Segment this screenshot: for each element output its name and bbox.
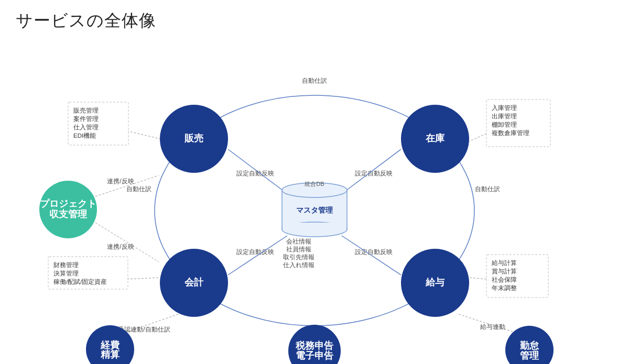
kyuyo-box-line2: 賞与計算 (492, 268, 517, 274)
zaiko-box-line4: 複数倉庫管理 (492, 129, 529, 136)
svg-line-10 (469, 134, 486, 141)
kyuyorenkei-label: 給与連動 (480, 323, 505, 330)
kaikei-box-line1: 財務管理 (53, 262, 79, 268)
sub-item-1: 会社情報 (286, 238, 311, 245)
hanbai-box-line3: 仕入管理 (73, 124, 99, 130)
kyuyo-box-line4: 年末調整 (492, 284, 517, 291)
hanbai-box-line2: 案件管理 (73, 115, 99, 122)
svg-line-12 (469, 278, 486, 279)
project-label2: 収支管理 (49, 209, 88, 219)
setsuji-bottom-right-label: 設定自動反映 (355, 248, 393, 256)
zaiko-label: 在庫 (425, 133, 445, 144)
jido-shiwake-right-label: 自動仕訳 (475, 185, 500, 193)
svg-line-9 (127, 131, 160, 139)
kinmu-label2: 管理 (520, 350, 539, 361)
sub-item-2: 社員情報 (286, 246, 311, 253)
hanbai-label: 販売 (184, 133, 203, 144)
renkei-top-label: 連携/反映 (107, 178, 134, 185)
zeimu-label2: 電子申告 (296, 350, 334, 361)
center-db-label-top: 統合DB (305, 181, 324, 187)
setsuji-top-right-label: 設定自動反映 (355, 170, 393, 177)
keihi-label2: 精算 (100, 349, 120, 360)
kaikei-box-line3: 稼働/配賦/固定資産 (53, 278, 107, 285)
center-db-label-main: マスタ管理 (296, 206, 333, 214)
kyuyo-label: 給与 (425, 277, 445, 288)
jido-shiwake-left-label: 自動仕訳 (126, 185, 151, 193)
zeimu-label1: 税務申告 (295, 340, 334, 351)
sub-item-4: 仕入れ情報 (283, 261, 314, 269)
setsuji-top-left-label: 設定自動反映 (236, 170, 274, 177)
svg-rect-16 (283, 223, 346, 230)
zaiko-box-line2: 出庫管理 (492, 113, 517, 119)
kinmu-label1: 勤怠 (520, 340, 539, 351)
keihi-label1: 経費 (100, 340, 120, 350)
zaiko-box-line1: 入庫管理 (492, 104, 517, 111)
svg-line-11 (127, 278, 160, 279)
kyuyo-box-line1: 給与計算 (491, 259, 517, 266)
zaiko-box-line3: 棚卸管理 (492, 122, 517, 128)
hanbai-box-line4: EDI機能 (73, 133, 96, 139)
project-label1: プロジェクト (40, 198, 96, 209)
kaikei-label: 会計 (184, 277, 204, 288)
setsuji-bottom-left-label: 設定自動反映 (236, 248, 274, 256)
page-title: サービスの全体像 (16, 9, 156, 32)
diagram: 自動仕訳 自動仕訳 自動仕訳 自動仕訳 設定自動反映 設定自動反映 設定自動反映… (0, 37, 629, 364)
kyuyo-box-line3: 社会保障 (492, 276, 517, 283)
kaikei-box-line2: 決算管理 (53, 270, 79, 277)
hanbai-box-line1: 販売管理 (73, 107, 99, 114)
sub-item-3: 取引先情報 (283, 253, 314, 261)
jido-shiwake-top-label: 自動仕訳 (302, 77, 327, 84)
svg-line-6 (95, 223, 159, 262)
renkei-bottom-label: 連携/反映 (107, 243, 134, 250)
